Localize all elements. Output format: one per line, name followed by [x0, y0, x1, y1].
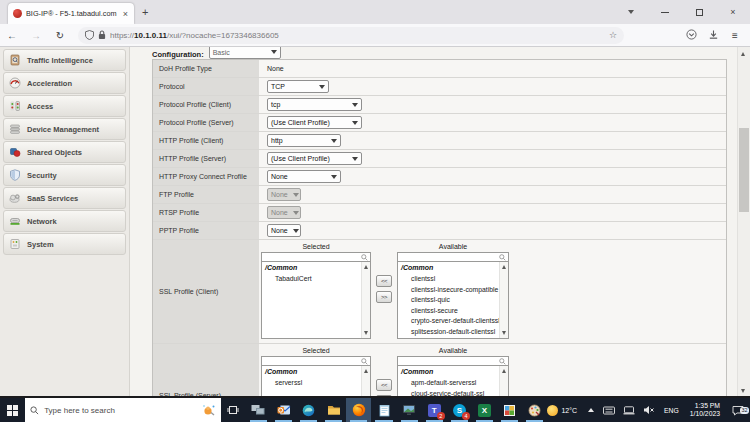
sidebar-item-shared-objects[interactable]: Shared Objects — [3, 141, 126, 163]
sidebar-item-traffic-intelligence[interactable]: Traffic Intelligence — [3, 49, 126, 71]
sidebar-item-acceleration[interactable]: Acceleration — [3, 72, 126, 94]
weather-sun-icon[interactable] — [547, 405, 558, 416]
taskbar-app-skype[interactable]: S4 — [447, 398, 472, 422]
taskbar-clock[interactable]: 1:35 PM 1/10/2023 — [690, 402, 720, 418]
ssl-client-available-list[interactable]: /Common clientssl clientssl-insecure-com… — [397, 262, 509, 339]
taskbar-app-edge[interactable] — [296, 398, 321, 422]
taskbar-app-notepad[interactable] — [371, 398, 396, 422]
taskbar-app-remote-desktop[interactable] — [246, 398, 271, 422]
taskbar-app-excel[interactable]: X — [472, 398, 497, 422]
list-item[interactable]: TabadulCert — [262, 274, 361, 285]
shield-permissions-icon[interactable] — [85, 30, 94, 40]
scroll-up-arrow[interactable] — [741, 52, 745, 56]
move-left-button[interactable]: << — [376, 379, 392, 391]
close-button[interactable]: × — [716, 0, 750, 24]
ssl-server-available-search-input[interactable] — [397, 356, 509, 366]
search-highlights-icon[interactable] — [202, 404, 216, 416]
list-scrollbar[interactable] — [499, 366, 508, 398]
new-tab-button[interactable]: + — [142, 6, 148, 18]
chevron-down-icon — [319, 85, 325, 89]
tray-expand-chevron-icon[interactable] — [588, 408, 594, 412]
teams-badge: 2 — [437, 412, 445, 420]
network-icon[interactable] — [623, 406, 635, 415]
tab-list-chevron-icon[interactable] — [614, 0, 648, 24]
protocol-profile-server-select[interactable]: (Use Client Profile) — [267, 116, 362, 129]
downloads-icon[interactable] — [702, 29, 724, 42]
taskbar-app-display[interactable] — [397, 398, 422, 422]
url-bar[interactable]: https://10.1.0.11/xui/?nocache=167334683… — [78, 27, 624, 44]
sidebar-item-security[interactable]: Security — [3, 164, 126, 186]
sidebar-item-access[interactable]: Access — [3, 95, 126, 117]
bookmark-star-icon[interactable]: ☆ — [609, 30, 617, 40]
taskbar-app-photos[interactable] — [497, 398, 522, 422]
http-profile-server-select[interactable]: (Use Client Profile) — [267, 152, 362, 165]
protocol-profile-client-select[interactable]: tcp — [267, 98, 362, 111]
navbar-right: ≡ — [680, 29, 746, 42]
selected-header: Selected — [261, 347, 371, 356]
taskbar-app-file-explorer[interactable] — [321, 398, 346, 422]
chevron-down-icon — [293, 193, 299, 197]
form-row-http-profile-server: HTTP Profile (Server) (Use Client Profil… — [153, 150, 726, 168]
access-icon — [9, 100, 21, 112]
search-icon — [499, 358, 506, 365]
list-item[interactable]: apm-default-serverssl — [398, 378, 499, 389]
menu-icon[interactable]: ≡ — [724, 30, 746, 41]
sidebar-item-system[interactable]: System — [3, 233, 126, 255]
list-item[interactable]: splitsession-default-clientssl — [398, 327, 499, 338]
browser-tab[interactable]: BIG-IP® - F5-1.tabadul.com (10 × — [8, 3, 134, 24]
taskbar-app-firefox[interactable] — [346, 398, 371, 422]
shapes-icon — [9, 146, 21, 158]
maximize-button[interactable] — [682, 0, 716, 24]
list-item[interactable]: clientssl-quic — [398, 295, 499, 306]
language-indicator[interactable]: ENG — [664, 407, 679, 414]
ssl-client-selected-list[interactable]: /Common TabadulCert — [261, 262, 371, 339]
taskbar-app-outlook[interactable] — [271, 398, 296, 422]
url-text[interactable]: https://10.1.0.11/xui/?nocache=167334683… — [110, 31, 605, 40]
clock-time: 1:35 PM — [690, 402, 720, 410]
sidebar-item-saas-services[interactable]: SaaS Services — [3, 187, 126, 209]
ssl-server-selected-list[interactable]: /Common serverssl — [261, 366, 371, 398]
tab-close-icon[interactable]: × — [122, 9, 129, 19]
reload-button[interactable]: ↻ — [48, 30, 72, 41]
protocol-select[interactable]: TCP — [267, 80, 329, 93]
http-proxy-connect-profile-select[interactable]: None — [267, 170, 341, 183]
ssl-server-selected-search-input[interactable] — [261, 356, 371, 366]
ssl-client-selected-search-input[interactable] — [261, 252, 371, 262]
pptp-profile-select[interactable]: None — [267, 224, 301, 237]
list-item[interactable]: crypto-server-default-clientssl — [398, 316, 499, 327]
minimize-button[interactable] — [648, 0, 682, 24]
lock-icon[interactable] — [98, 30, 106, 40]
notification-badge: 32 — [740, 407, 749, 414]
list-scrollbar[interactable] — [499, 262, 508, 338]
configuration-select[interactable]: Basic — [209, 47, 281, 59]
list-item[interactable]: clientssl-secure — [398, 306, 499, 317]
volume-muted-icon[interactable] — [643, 405, 655, 415]
page-scrollbar[interactable] — [737, 47, 750, 398]
http-profile-client-select[interactable]: http — [267, 134, 341, 147]
move-left-button[interactable]: << — [376, 275, 392, 287]
taskbar-search[interactable]: Type here to search — [25, 398, 221, 422]
action-center-button[interactable]: 32 — [726, 405, 750, 416]
taskbar-app-teams[interactable]: T2 — [422, 398, 447, 422]
taskbar-app-paint[interactable] — [522, 398, 547, 422]
list-item[interactable]: serverssl — [262, 378, 361, 389]
weather-temp[interactable]: 12°C — [561, 407, 577, 414]
list-scrollbar[interactable] — [361, 262, 370, 338]
list-item[interactable]: clientssl-insecure-compatible — [398, 285, 499, 296]
scroll-down-arrow[interactable] — [741, 389, 745, 393]
list-scrollbar[interactable] — [361, 366, 370, 398]
sidebar-item-device-management[interactable]: Device Management — [3, 118, 126, 140]
back-button[interactable]: ← — [0, 30, 24, 41]
pocket-icon[interactable] — [680, 29, 702, 42]
sidebar-item-network[interactable]: Network — [3, 210, 126, 232]
task-view-button[interactable] — [221, 398, 246, 422]
ssl-server-available-list[interactable]: /Common apm-default-serverssl cloud-serv… — [397, 366, 509, 398]
touch-keyboard-icon[interactable] — [603, 406, 615, 415]
forward-button[interactable]: → — [24, 30, 48, 41]
list-item[interactable]: clientssl — [398, 274, 499, 285]
move-right-button[interactable]: >> — [376, 291, 392, 303]
scrollbar-thumb[interactable] — [739, 128, 749, 212]
search-icon — [499, 254, 506, 261]
ssl-client-available-search-input[interactable] — [397, 252, 509, 262]
start-button[interactable] — [0, 398, 25, 422]
